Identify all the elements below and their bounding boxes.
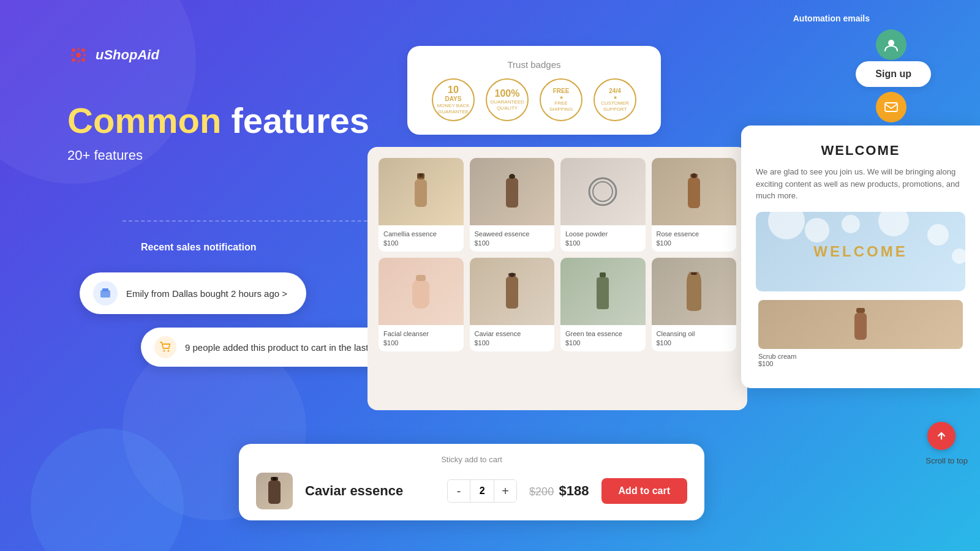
trust-icons-row: 10 DAYS MONEY BACK GUARANTEE 100% GUARAN… [432, 78, 636, 121]
product-name-greentea: Green tea essence [565, 330, 641, 337]
svg-rect-14 [415, 179, 427, 207]
price-old: $200 [529, 485, 554, 498]
svg-rect-23 [688, 178, 700, 208]
product-name-facial: Facial cleanser [383, 330, 459, 337]
dashed-line-h [123, 220, 380, 222]
product-name-rose: Rose essence [657, 230, 732, 238]
product-img-camellia [379, 158, 464, 225]
product-price-seaweed: $100 [475, 239, 550, 247]
svg-point-16 [419, 173, 423, 177]
heading-white: features [231, 100, 369, 140]
svg-rect-35 [885, 103, 897, 111]
email-icon-button[interactable] [876, 92, 907, 122]
svg-rect-36 [856, 308, 865, 313]
product-item-cleansing[interactable]: Cleansing oil $100 [652, 258, 737, 351]
trust-badges-title: Trust badges [508, 59, 561, 70]
product-grid-card: Camellia essence $100 Seaweed essence $1… [368, 147, 747, 410]
product-item-caviar[interactable]: Caviar essence $100 [470, 258, 555, 351]
product-item-greentea[interactable]: Green tea essence $100 [560, 258, 646, 351]
product-price-facial: $100 [383, 339, 459, 347]
svg-point-21 [593, 182, 612, 201]
bubble-4 [878, 212, 909, 236]
signup-button[interactable]: Sign up [856, 61, 931, 87]
product-item-rose[interactable]: Rose essence $100 [652, 158, 737, 252]
sticky-cart-content: Caviar essence - 2 + $200 $188 Add to ca… [256, 473, 687, 509]
extended-product-scrub[interactable]: Scrub cream $100 [756, 300, 965, 371]
product-info-powder: Loose powder $100 [560, 225, 646, 252]
product-item-facial[interactable]: Facial cleanser $100 [379, 258, 464, 351]
product-info-cleansing: Cleansing oil $100 [652, 325, 737, 351]
quantity-control[interactable]: - 2 + [447, 479, 517, 503]
product-grid: Camellia essence $100 Seaweed essence $1… [379, 158, 736, 351]
product-img-cleansing [652, 258, 737, 325]
svg-point-29 [510, 273, 514, 277]
trust-badge-4: 24/4 ★ CUSTOMER SUPPORT [594, 78, 636, 121]
svg-rect-28 [506, 277, 518, 309]
extended-product-img-scrub [758, 300, 963, 349]
product-price-camellia: $100 [383, 239, 459, 247]
product-img-greentea [560, 258, 646, 325]
heading-yellow: Common [67, 100, 231, 140]
svg-point-4 [81, 58, 85, 62]
quantity-decrease-button[interactable]: - [448, 480, 470, 502]
quantity-increase-button[interactable]: + [494, 480, 516, 502]
svg-point-19 [510, 174, 514, 179]
svg-point-5 [77, 48, 80, 51]
svg-rect-39 [268, 481, 281, 504]
product-img-caviar [470, 258, 555, 325]
extended-product-price-scrub: $100 [758, 360, 963, 367]
product-img-facial [379, 258, 464, 325]
svg-rect-31 [597, 277, 609, 309]
add-to-cart-button[interactable]: Add to cart [601, 478, 687, 504]
trust-badge-2: 100% GUARANTEED QUALITY [486, 78, 529, 121]
trust-badge-3: FREE ★ FREE SHIPPING [540, 78, 582, 121]
svg-rect-33 [691, 272, 697, 275]
svg-point-7 [71, 54, 74, 57]
sticky-cart-title: Sticky add to cart [256, 455, 687, 464]
price-display: $200 $188 [529, 483, 589, 499]
bubble-6 [952, 249, 965, 264]
svg-rect-25 [412, 279, 429, 309]
svg-rect-18 [506, 178, 518, 208]
product-name-camellia: Camellia essence [383, 230, 459, 238]
scroll-to-top-label: Scroll to top [925, 456, 968, 465]
logo-text: uShopAid [96, 47, 159, 63]
product-img-rose [652, 158, 737, 225]
sticky-add-to-cart: Sticky add to cart Caviar essence - 2 + … [239, 444, 704, 520]
notification-text: Emily from Dallas bought 2 hours ago > [126, 288, 287, 299]
product-price-caviar: $100 [475, 339, 550, 347]
logo-area: uShopAid [67, 44, 159, 66]
bubble-1 [768, 212, 805, 239]
scroll-to-top-button[interactable] [927, 422, 956, 450]
product-item-powder[interactable]: Loose powder $100 [560, 158, 646, 252]
product-item-seaweed[interactable]: Seaweed essence $100 [470, 158, 555, 252]
bubble-3 [842, 215, 860, 233]
product-price-powder: $100 [565, 239, 641, 247]
product-info-greentea: Green tea essence $100 [560, 325, 646, 351]
svg-point-12 [168, 350, 170, 352]
bubble-2 [805, 218, 829, 242]
recent-sales-notification[interactable]: Emily from Dallas bought 2 hours ago > [80, 272, 306, 314]
product-img-seaweed [470, 158, 555, 225]
welcome-banner: WELCOME [756, 212, 965, 291]
cart-icon-circle [154, 336, 176, 358]
svg-point-0 [76, 53, 81, 58]
product-price-cleansing: $100 [657, 339, 732, 347]
product-item-camellia[interactable]: Camellia essence $100 [379, 158, 464, 252]
svg-point-1 [72, 48, 75, 52]
svg-rect-37 [854, 313, 867, 340]
product-price-greentea: $100 [565, 339, 641, 347]
logo-icon [67, 44, 89, 66]
svg-point-3 [72, 58, 75, 62]
product-name-cleansing: Cleansing oil [657, 330, 732, 337]
notification-section-label: Recent sales notification [141, 242, 257, 253]
notification-icon-circle [93, 281, 118, 305]
sticky-product-name: Caviar essence [305, 483, 435, 499]
svg-rect-10 [102, 288, 108, 291]
svg-point-6 [83, 54, 86, 57]
svg-point-34 [888, 40, 894, 46]
svg-point-8 [77, 60, 80, 63]
user-icon-button[interactable] [876, 29, 907, 60]
svg-point-11 [164, 350, 165, 352]
price-new: $188 [559, 483, 589, 498]
